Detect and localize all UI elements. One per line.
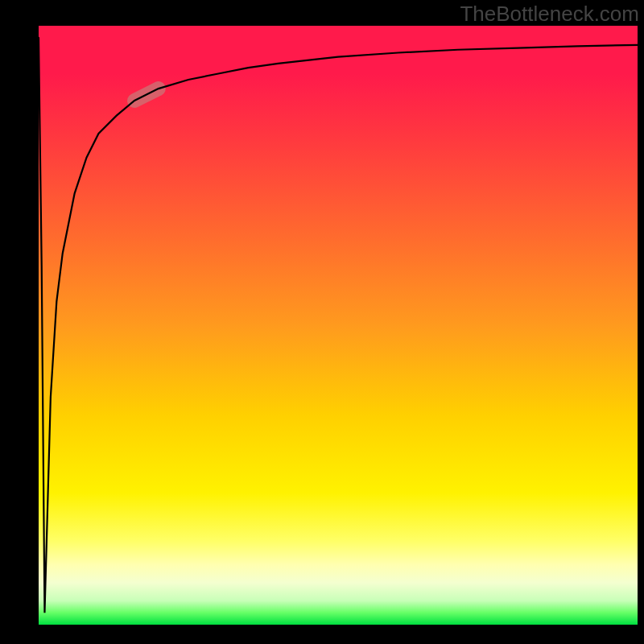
- plot-area: [39, 26, 638, 625]
- watermark-text: TheBottleneck.com: [460, 2, 639, 27]
- bottleneck-curve: [39, 38, 638, 613]
- chart-container: TheBottleneck.com: [0, 0, 644, 644]
- curve-svg: [39, 26, 638, 625]
